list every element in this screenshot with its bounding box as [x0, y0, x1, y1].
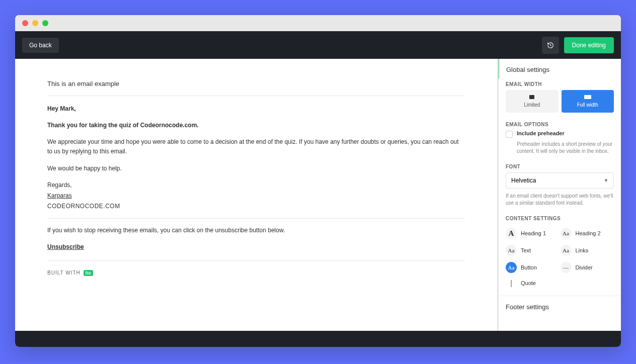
font-value: Helvetica [511, 177, 536, 184]
cs-button[interactable]: Aa Button [506, 260, 560, 275]
email-company: CODEORNOCODE.COM [47, 202, 465, 211]
email-happy: We would be happy to help. [47, 164, 465, 173]
workspace: This is an email example Hey Mark, Thank… [15, 59, 621, 331]
preheader-checkbox[interactable] [506, 131, 513, 138]
preheader-label: Include preheader [517, 130, 565, 136]
limited-icon [529, 95, 534, 99]
email-sender: Karparas [47, 191, 465, 201]
cs-text-label: Text [521, 247, 531, 253]
width-full-option[interactable]: Full width [562, 90, 614, 113]
built-with: BUILT WITH lite [47, 260, 465, 277]
global-settings-header[interactable]: Global settings [498, 59, 621, 78]
preheader-desc: Preheader includes a short preview of yo… [499, 141, 621, 161]
links-icon: Aa [561, 245, 572, 256]
button-icon: Aa [506, 262, 517, 273]
email-body: Hey Mark, Thank you for taking the quiz … [47, 104, 465, 277]
topbar: Go back Done editing [15, 31, 621, 59]
cs-links[interactable]: Aa Links [561, 243, 614, 257]
email-content: This is an email example Hey Mark, Thank… [15, 59, 497, 297]
email-options-label: EMAIL OPTIONS [499, 119, 621, 130]
chevron-down-icon: ▼ [604, 178, 608, 183]
width-limited-label: Limited [524, 102, 540, 108]
content-settings-grid: A Heading 1 Aa Heading 2 Aa Text Aa Link… [499, 224, 621, 296]
history-button[interactable] [542, 37, 559, 54]
close-window-dot[interactable] [22, 20, 28, 26]
heading1-icon: A [506, 228, 517, 239]
topbar-right: Done editing [542, 37, 614, 54]
width-limited-option[interactable]: Limited [506, 90, 559, 113]
email-appreciate: We appreciate your time and hope you wer… [47, 137, 465, 156]
cs-links-label: Links [576, 247, 589, 253]
email-divider [47, 218, 465, 219]
email-width-label: EMAIL WIDTH [499, 78, 621, 90]
heading2-icon: Aa [561, 228, 572, 239]
email-regards: Regards, [47, 180, 465, 190]
history-icon [547, 42, 554, 49]
cs-heading2-label: Heading 2 [576, 230, 601, 236]
cs-divider-label: Divider [576, 264, 593, 270]
cs-text[interactable]: Aa Text [506, 243, 560, 257]
cs-heading2[interactable]: Aa Heading 2 [561, 226, 614, 240]
width-full-label: Full width [577, 102, 598, 108]
unsubscribe-link[interactable]: Unsubscribe [47, 242, 465, 252]
email-stop-note: If you wish to stop receiving these emai… [47, 226, 465, 235]
email-greeting: Hey Mark, [47, 104, 465, 114]
built-with-label: BUILT WITH [47, 270, 81, 276]
cs-divider[interactable]: — Divider [561, 260, 614, 275]
divider-icon: — [561, 262, 572, 273]
cs-button-label: Button [521, 264, 537, 270]
font-select[interactable]: Helvetica ▼ [506, 172, 614, 189]
minimize-window-dot[interactable] [32, 20, 38, 26]
cs-quote-label: Quote [521, 280, 536, 286]
quote-icon: | [506, 279, 517, 287]
preheader-row[interactable]: Include preheader [499, 130, 621, 141]
text-icon: Aa [506, 245, 517, 256]
mac-titlebar [15, 15, 621, 31]
cs-heading1[interactable]: A Heading 1 [506, 226, 560, 240]
go-back-button[interactable]: Go back [22, 38, 59, 53]
bottom-bar [15, 331, 621, 347]
email-title: This is an email example [47, 79, 465, 96]
email-canvas[interactable]: This is an email example Hey Mark, Thank… [15, 59, 498, 331]
full-width-icon [584, 95, 591, 99]
settings-sidebar: Global settings EMAIL WIDTH Limited Full… [498, 59, 621, 331]
font-label: FONT [499, 161, 621, 172]
maximize-window-dot[interactable] [42, 20, 48, 26]
lite-badge: lite [84, 270, 94, 276]
content-settings-label: CONTENT SETTINGS [499, 213, 621, 224]
email-thanks: Thank you for taking the quiz of Codeorn… [47, 121, 465, 130]
email-width-toggle: Limited Full width [499, 90, 621, 119]
cs-heading1-label: Heading 1 [521, 230, 546, 236]
editor-window: Go back Done editing This is an email ex… [15, 15, 621, 347]
done-editing-button[interactable]: Done editing [564, 37, 614, 53]
cs-quote[interactable]: | Quote [506, 278, 560, 289]
font-note: If an email client doesn't support web f… [499, 193, 621, 213]
footer-settings-header[interactable]: Footer settings [499, 296, 621, 318]
